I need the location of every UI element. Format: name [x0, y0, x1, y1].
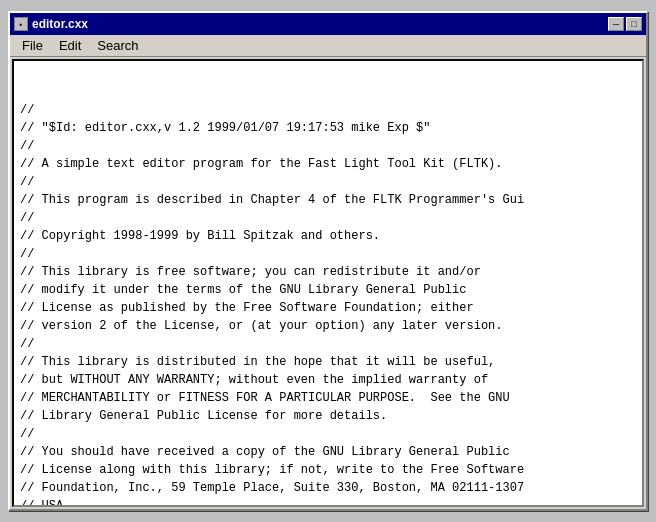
editor-line: // USA. [20, 497, 636, 505]
editor-line: // License along with this library; if n… [20, 461, 636, 479]
editor-line: // This library is free software; you ca… [20, 263, 636, 281]
menu-edit[interactable]: Edit [51, 36, 89, 55]
editor-line: // This library is distributed in the ho… [20, 353, 636, 371]
editor-line: // [20, 335, 636, 353]
window-icon: ▪ [14, 17, 28, 31]
editor-line: // "$Id: editor.cxx,v 1.2 1999/01/07 19:… [20, 119, 636, 137]
editor-line: // Copyright 1998-1999 by Bill Spitzak a… [20, 227, 636, 245]
editor-line: // [20, 245, 636, 263]
editor-line: // modify it under the terms of the GNU … [20, 281, 636, 299]
editor-content: //// "$Id: editor.cxx,v 1.2 1999/01/07 1… [14, 61, 642, 505]
menu-file[interactable]: File [14, 36, 51, 55]
editor-line: // Library General Public License for mo… [20, 407, 636, 425]
minimize-button[interactable]: ─ [608, 17, 624, 31]
editor-line: // [20, 425, 636, 443]
editor-line: // Foundation, Inc., 59 Temple Place, Su… [20, 479, 636, 497]
title-bar-buttons: ─ □ [608, 17, 642, 31]
editor-line: // but WITHOUT ANY WARRANTY; without eve… [20, 371, 636, 389]
menu-bar: File Edit Search [10, 35, 646, 57]
editor-area[interactable]: //// "$Id: editor.cxx,v 1.2 1999/01/07 1… [12, 59, 644, 507]
editor-line: // You should have received a copy of th… [20, 443, 636, 461]
title-bar-left: ▪ editor.cxx [14, 17, 88, 31]
menu-search[interactable]: Search [89, 36, 146, 55]
editor-line: // [20, 173, 636, 191]
window-title: editor.cxx [32, 17, 88, 31]
editor-line: // A simple text editor program for the … [20, 155, 636, 173]
maximize-button[interactable]: □ [626, 17, 642, 31]
editor-line: // [20, 101, 636, 119]
editor-line: // License as published by the Free Soft… [20, 299, 636, 317]
editor-line: // MERCHANTABILITY or FITNESS FOR A PART… [20, 389, 636, 407]
editor-line: // This program is described in Chapter … [20, 191, 636, 209]
editor-line: // version 2 of the License, or (at your… [20, 317, 636, 335]
main-window: ▪ editor.cxx ─ □ File Edit Search //// "… [8, 11, 648, 511]
title-bar: ▪ editor.cxx ─ □ [10, 13, 646, 35]
editor-line: // [20, 209, 636, 227]
editor-line: // [20, 137, 636, 155]
